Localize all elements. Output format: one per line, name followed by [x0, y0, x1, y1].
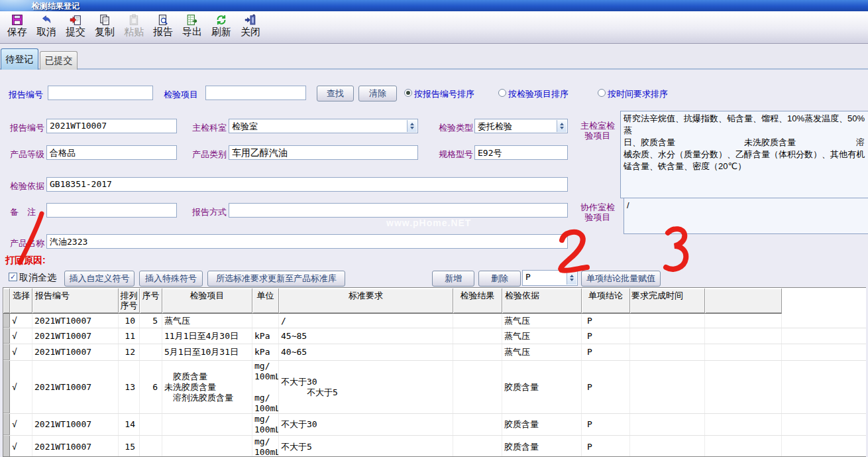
- delete-button[interactable]: 删除: [478, 271, 521, 287]
- cell-select[interactable]: √: [10, 361, 32, 413]
- cell-required-finish-time[interactable]: [630, 328, 705, 344]
- cell-extra[interactable]: [705, 414, 782, 435]
- coop-items-panel[interactable]: /: [624, 198, 868, 234]
- cell-unit[interactable]: mg/ 100mL: [252, 414, 279, 435]
- cell-standard-req[interactable]: 45~85: [279, 328, 453, 344]
- cell-test-item[interactable]: 胶质含量 未洗胶质含量 溶剂洗胶质含量: [162, 361, 252, 413]
- product-name-input[interactable]: 汽油2323: [46, 234, 568, 249]
- clear-button[interactable]: 清除: [358, 86, 397, 101]
- add-button[interactable]: 新增: [432, 271, 474, 287]
- spec-model-input[interactable]: E92号: [474, 145, 568, 160]
- cell-select[interactable]: √: [10, 328, 32, 344]
- cell-test-basis[interactable]: 胶质含量: [502, 436, 582, 457]
- cell-extra[interactable]: [705, 344, 782, 360]
- cell-unit[interactable]: [252, 314, 279, 328]
- cell-test-result[interactable]: [453, 344, 502, 360]
- cell-select[interactable]: √: [10, 436, 32, 457]
- cell-test-result[interactable]: [453, 328, 502, 344]
- category-input[interactable]: 车用乙醇汽油: [229, 145, 418, 160]
- cell-item-conclusion[interactable]: P: [582, 414, 630, 435]
- cell-seq-no[interactable]: [140, 344, 162, 360]
- grade-input[interactable]: 合格品: [46, 145, 177, 160]
- cell-item-conclusion[interactable]: P: [582, 314, 630, 328]
- cell-unit[interactable]: mg/ 100mL: [252, 436, 279, 457]
- sort-by-item-radio[interactable]: [498, 89, 506, 97]
- cell-seq-no[interactable]: [140, 414, 162, 435]
- insert-special-symbol-button[interactable]: 插入特殊符号: [139, 271, 203, 287]
- export-button[interactable]: 导出: [178, 11, 207, 44]
- spinner-icon[interactable]: [407, 120, 417, 132]
- cell-report-no[interactable]: 2021WT10007: [32, 314, 119, 328]
- update-standard-button[interactable]: 所选标准要求更新至产品标准库: [207, 271, 345, 287]
- main-items-panel[interactable]: 研究法辛烷值、抗爆指数、铅含量、馏程、10%蒸发温度、50%蒸 日、胶质含量 未…: [620, 111, 868, 198]
- cell-required-finish-time[interactable]: [630, 361, 705, 413]
- cell-select[interactable]: √: [10, 414, 32, 435]
- cell-extra[interactable]: [705, 361, 782, 413]
- cell-sort-no[interactable]: 12: [119, 344, 140, 360]
- cell-sort-no[interactable]: 11: [119, 328, 140, 344]
- sort-by-item-label[interactable]: 按检验项目排序: [508, 88, 569, 100]
- cell-unit[interactable]: mg/ 100mL mg/ 100mL: [252, 361, 279, 413]
- cell-select[interactable]: √: [10, 314, 32, 328]
- spinner-icon[interactable]: [557, 120, 567, 132]
- cell-sort-no[interactable]: 13: [119, 361, 140, 413]
- cell-unit[interactable]: kPa: [252, 344, 279, 360]
- cell-sort-no[interactable]: 10: [119, 314, 140, 328]
- cell-test-basis[interactable]: 胶质含量: [502, 361, 582, 413]
- spinner-icon[interactable]: [567, 271, 576, 285]
- cell-report-no[interactable]: 2021WT10007: [32, 361, 119, 413]
- cell-seq-no[interactable]: [140, 436, 162, 457]
- cell-standard-req[interactable]: 40~65: [279, 344, 453, 360]
- cell-item-conclusion[interactable]: P: [582, 328, 630, 344]
- cell-test-result[interactable]: [453, 436, 502, 457]
- tab-pending[interactable]: 待登记: [1, 48, 38, 70]
- report-method-input[interactable]: [229, 203, 568, 218]
- batch-assign-button[interactable]: 单项结论批量赋值: [581, 271, 661, 287]
- cell-report-no[interactable]: 2021WT10007: [32, 436, 119, 457]
- find-button[interactable]: 查找: [317, 86, 354, 101]
- sort-by-time-radio[interactable]: [598, 89, 606, 97]
- cell-report-no[interactable]: 2021WT10007: [32, 414, 119, 435]
- sort-by-report-no-label[interactable]: 按报告编号排序: [414, 88, 474, 100]
- cell-required-finish-time[interactable]: [630, 414, 705, 435]
- basis-input[interactable]: GB18351-2017: [46, 177, 568, 192]
- uncheck-all-checkbox[interactable]: ✓: [9, 273, 17, 281]
- cell-test-item[interactable]: 蒸气压: [162, 314, 252, 328]
- cell-extra[interactable]: [705, 328, 782, 344]
- search-item-input[interactable]: [205, 86, 306, 100]
- cell-test-item[interactable]: 5月1日至10月31日: [162, 344, 252, 360]
- test-type-combobox[interactable]: 委托检验: [474, 119, 568, 133]
- cell-seq-no[interactable]: 5: [140, 314, 162, 328]
- sort-by-time-label[interactable]: 按时间要求排序: [608, 88, 668, 100]
- cell-test-result[interactable]: [453, 314, 502, 328]
- cancel-button[interactable]: 取消: [32, 11, 61, 44]
- cell-test-basis[interactable]: 蒸气压: [502, 314, 582, 328]
- cell-extra[interactable]: [705, 436, 782, 457]
- cell-report-no[interactable]: 2021WT10007: [32, 328, 119, 344]
- search-report-no-input[interactable]: [48, 86, 153, 100]
- cell-standard-req[interactable]: 不大于5: [279, 436, 453, 457]
- cell-seq-no[interactable]: [140, 328, 162, 344]
- cell-report-no[interactable]: 2021WT10007: [32, 344, 119, 360]
- cell-item-conclusion[interactable]: P: [582, 344, 630, 360]
- copy-button[interactable]: 复制: [90, 11, 119, 44]
- cell-test-result[interactable]: [453, 414, 502, 435]
- save-button[interactable]: 保存: [3, 11, 32, 44]
- cell-unit[interactable]: kPa: [252, 328, 279, 344]
- report-button[interactable]: 报告: [148, 11, 178, 44]
- cell-test-item[interactable]: [162, 414, 252, 435]
- refresh-button[interactable]: 刷新: [207, 11, 236, 44]
- report-no-input[interactable]: 2021WT10007: [46, 119, 177, 133]
- cell-sort-no[interactable]: 14: [119, 414, 140, 435]
- tab-submitted[interactable]: 已提交: [40, 51, 78, 70]
- insert-custom-symbol-button[interactable]: 插入自定义符号: [64, 271, 135, 287]
- cell-test-item[interactable]: [162, 436, 252, 457]
- cell-required-finish-time[interactable]: [630, 344, 705, 360]
- cell-required-finish-time[interactable]: [630, 314, 705, 328]
- cell-required-finish-time[interactable]: [630, 436, 705, 457]
- cell-test-result[interactable]: [453, 361, 502, 413]
- cell-sort-no[interactable]: 15: [119, 436, 140, 457]
- cell-standard-req[interactable]: /: [279, 314, 453, 328]
- submit-button[interactable]: 提交: [61, 11, 90, 44]
- conclusion-combobox[interactable]: P: [522, 270, 578, 286]
